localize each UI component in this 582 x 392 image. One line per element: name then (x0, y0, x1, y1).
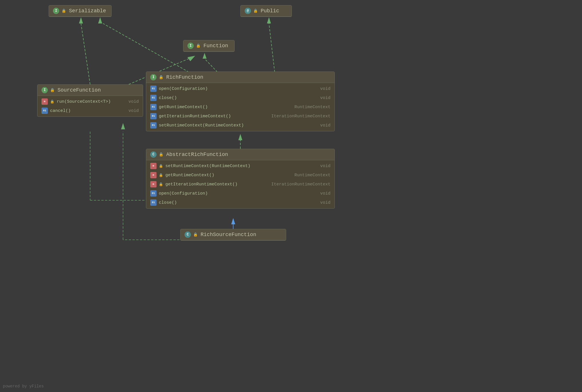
svg-line-6 (205, 59, 217, 72)
node-function-header: I 🔒 Function (183, 40, 234, 52)
rf-name-close: close() (159, 96, 318, 100)
rf-icon-open: 01 (150, 86, 157, 92)
svg-line-2 (103, 23, 189, 72)
node-public: @ 🔒 Public (240, 5, 292, 17)
node-richfunction: I 🔒 RichFunction 01 open(Configuration) … (146, 72, 335, 131)
arf-method-setruntime: m 🔒 setRuntimeContext(RuntimeContext) vo… (146, 161, 334, 171)
arf-method-open: 01 open(Configuration) void (146, 189, 334, 198)
svg-marker-7 (203, 53, 207, 59)
arf-return-getruntime: RuntimeContext (294, 173, 330, 178)
richfunction-lock-icon: 🔒 (159, 75, 163, 80)
node-public-header: @ 🔒 Public (241, 5, 292, 17)
node-sourcefunction: I 🔒 SourceFunction m 🔒 run(SourceContext… (37, 84, 143, 117)
svg-line-4 (269, 23, 275, 72)
svg-marker-9 (187, 56, 195, 61)
method-lock-run: 🔒 (50, 100, 54, 104)
richsourcefunction-icon: C (185, 231, 191, 238)
rf-method-open: 01 open(Configuration) void (146, 84, 334, 93)
richsourcefunction-title: RichSourceFunction (201, 232, 256, 237)
rf-icon-close: 01 (150, 95, 157, 101)
richfunction-body: 01 open(Configuration) void 01 close() v… (146, 83, 334, 131)
abstractrichfunction-body: m 🔒 setRuntimeContext(RuntimeContext) vo… (146, 160, 334, 208)
sourcefunction-lock-icon: 🔒 (50, 88, 55, 92)
sourcefunction-title: SourceFunction (58, 87, 101, 93)
arf-lock-setruntime: 🔒 (159, 164, 163, 168)
node-richsourcefunction: C 🔒 RichSourceFunction (180, 229, 286, 241)
public-icon: @ (245, 8, 251, 14)
arf-icon-getiteration: m (150, 181, 157, 187)
abstractrichfunction-lock-icon: 🔒 (159, 152, 163, 157)
arf-method-close: 01 close() void (146, 198, 334, 207)
node-richfunction-header: I 🔒 RichFunction (146, 72, 334, 83)
rf-icon-getruntime: 01 (150, 104, 157, 110)
arf-icon-setruntime: m (150, 163, 157, 169)
arf-return-close: void (320, 200, 330, 205)
arf-name-getiteration: getIterationRuntimeContext() (165, 182, 269, 187)
method-icon-run: m (41, 98, 48, 105)
node-function: I 🔒 Function (183, 40, 235, 52)
arf-return-open: void (320, 191, 330, 196)
node-abstractrichfunction-header: C 🔒 AbstractRichFunction (146, 149, 334, 160)
arf-icon-open: 01 (150, 190, 157, 197)
node-abstractrichfunction: C 🔒 AbstractRichFunction m 🔒 setRuntimeC… (146, 149, 335, 209)
rf-return-close: void (320, 96, 330, 100)
function-icon: I (187, 43, 194, 49)
rf-return-getruntime: RuntimeContext (294, 105, 330, 110)
function-lock-icon: 🔒 (196, 43, 201, 48)
svg-line-0 (81, 23, 90, 84)
method-return-cancel: void (128, 108, 139, 113)
richsourcefunction-lock-icon: 🔒 (193, 232, 198, 237)
rf-icon-getiteration: 01 (150, 113, 157, 119)
arf-name-getruntime: getRuntimeContext() (165, 173, 292, 178)
sourcefunction-icon: I (41, 87, 48, 93)
arf-icon-close: 01 (150, 199, 157, 206)
method-row-run: m 🔒 run(SourceContext<T>) void (37, 97, 143, 106)
rf-name-getruntime: getRuntimeContext() (159, 105, 292, 110)
abstractrichfunction-icon: C (150, 151, 157, 158)
rf-method-getruntime: 01 getRuntimeContext() RuntimeContext (146, 102, 334, 112)
abstractrichfunction-title: AbstractRichFunction (166, 152, 228, 157)
method-name-cancel: cancel() (50, 108, 126, 113)
arf-name-setruntime: setRuntimeContext(RuntimeContext) (165, 164, 318, 169)
method-return-run: void (128, 99, 139, 104)
rf-method-setruntime: 01 setRuntimeContext(RuntimeContext) voi… (146, 121, 334, 130)
arf-return-getiteration: IterationRuntimeContext (271, 182, 330, 187)
rf-return-setruntime: void (320, 123, 330, 128)
rf-name-setruntime: setRuntimeContext(RuntimeContext) (159, 123, 318, 128)
rf-return-getiteration: IterationRuntimeContext (271, 114, 330, 119)
richfunction-icon: I (150, 74, 157, 80)
function-title: Function (203, 43, 228, 49)
sourcefunction-body: m 🔒 run(SourceContext<T>) void 01 cancel… (37, 96, 143, 116)
arf-method-getiteration: m 🔒 getIterationRuntimeContext() Iterati… (146, 180, 334, 189)
arf-name-close: close() (159, 200, 318, 205)
rf-name-open: open(Configuration) (159, 86, 318, 91)
node-sourcefunction-header: I 🔒 SourceFunction (37, 85, 143, 96)
rf-icon-setruntime: 01 (150, 122, 157, 128)
method-row-cancel: 01 cancel() void (37, 106, 143, 115)
node-richsourcefunction-header: C 🔒 RichSourceFunction (181, 229, 286, 240)
public-title: Public (261, 8, 279, 14)
arf-lock-getiteration: 🔒 (159, 182, 163, 187)
rf-method-getiteration: 01 getIterationRuntimeContext() Iteratio… (146, 112, 334, 121)
serializable-title: Serializable (69, 8, 106, 14)
arf-return-setruntime: void (320, 164, 330, 169)
node-serializable-header: I 🔒 Serializable (49, 5, 111, 17)
serializable-icon: I (53, 8, 59, 14)
method-name-run: run(SourceContext<T>) (57, 99, 126, 104)
svg-marker-1 (79, 17, 83, 23)
svg-marker-5 (267, 17, 271, 23)
richfunction-title: RichFunction (166, 74, 203, 80)
node-serializable: I 🔒 Serializable (49, 5, 112, 17)
diagram-canvas: I 🔒 Serializable @ 🔒 Public I 🔒 Function… (0, 0, 582, 392)
arf-icon-getruntime: m (150, 172, 157, 178)
watermark: powered by yFiles (3, 384, 44, 389)
arf-name-open: open(Configuration) (159, 191, 318, 196)
serializable-lock-icon: 🔒 (62, 9, 66, 13)
arf-method-getruntime: m 🔒 getRuntimeContext() RuntimeContext (146, 171, 334, 180)
public-lock-icon: 🔒 (253, 9, 258, 13)
svg-marker-15 (231, 218, 235, 224)
svg-marker-18 (121, 123, 125, 129)
svg-marker-11 (238, 134, 242, 140)
method-icon-cancel: 01 (41, 108, 48, 114)
svg-marker-3 (98, 17, 102, 23)
